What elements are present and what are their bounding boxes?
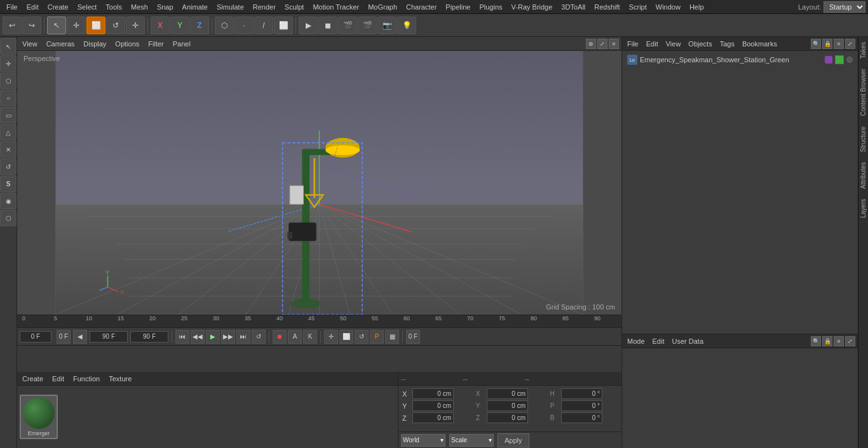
step-back-btn[interactable]: ◀◀: [191, 330, 205, 344]
attr-lock-icon[interactable]: 🔒: [822, 336, 832, 346]
attr-header-edit[interactable]: Edit: [650, 336, 667, 346]
play-btn[interactable]: ▶: [206, 330, 220, 344]
vp-maximize-button[interactable]: ⤢: [597, 39, 607, 49]
preview-end-field[interactable]: 90 F: [130, 331, 168, 343]
menu-snap[interactable]: Snap: [153, 2, 177, 12]
coord-x-size[interactable]: 0 cm: [487, 388, 528, 399]
select-tool-button[interactable]: ↖: [47, 17, 66, 34]
edge-mode-button[interactable]: /: [254, 17, 273, 34]
obj-header-file[interactable]: File: [625, 39, 641, 49]
menu-render[interactable]: Render: [249, 2, 280, 12]
obj-header-objects[interactable]: Objects: [686, 39, 714, 49]
menu-3dtoall[interactable]: 3DToAll: [557, 2, 589, 12]
tool-move[interactable]: ✛: [0, 55, 17, 72]
coord-z-pos[interactable]: 0 cm: [412, 412, 454, 423]
menu-animate[interactable]: Animate: [179, 2, 212, 12]
coord-x-rot[interactable]: 0 °: [561, 388, 602, 399]
viewport[interactable]: Perspective: [17, 51, 621, 315]
frame-start-field[interactable]: 0 F: [57, 330, 71, 344]
obj-vis-dot[interactable]: [846, 57, 853, 63]
obj-header-bookmarks[interactable]: Bookmarks: [740, 39, 780, 49]
key-mode-btn1[interactable]: ✛: [324, 330, 338, 344]
tool-plane[interactable]: ▭: [0, 107, 17, 123]
current-frame-field[interactable]: 0 F: [20, 331, 51, 343]
obj-lock-icon[interactable]: 🔒: [822, 39, 832, 49]
menu-redshift[interactable]: Redshift: [590, 2, 623, 12]
auto-key-btn[interactable]: A: [288, 330, 302, 344]
tool-cube[interactable]: ⬡: [0, 72, 17, 89]
loop-btn[interactable]: ↺: [252, 330, 266, 344]
menu-mograph[interactable]: MoGraph: [364, 2, 401, 12]
coord-y-size[interactable]: 0 cm: [487, 400, 528, 411]
attr-header-userdata[interactable]: User Data: [670, 336, 707, 346]
render-to-po-button[interactable]: 🎬: [358, 17, 377, 34]
menu-script[interactable]: Script: [625, 2, 651, 12]
tool-select[interactable]: ↖: [0, 38, 17, 55]
material-item-emerger[interactable]: Emerger: [20, 395, 58, 439]
tool-hex[interactable]: ⬡: [0, 210, 17, 226]
menu-select[interactable]: Select: [74, 2, 101, 12]
timeline-ruler[interactable]: 0 5 10 15 20 25 30 35 40 45 50 55 60 65 …: [17, 315, 621, 328]
menu-vray[interactable]: V-Ray Bridge: [508, 2, 557, 12]
mat-tab-function[interactable]: Function: [71, 374, 102, 384]
vp-tab-cameras[interactable]: Cameras: [44, 39, 78, 49]
vp-tab-options[interactable]: Options: [112, 39, 142, 49]
point-mode-button[interactable]: ·: [234, 17, 254, 34]
key-mode-btn3[interactable]: ↺: [355, 330, 369, 344]
key-btn[interactable]: K: [303, 330, 317, 344]
edge-tab-layers[interactable]: Layers: [858, 194, 868, 223]
edge-tab-content-browser[interactable]: Content Browser: [858, 64, 868, 121]
frame-field-btn[interactable]: 0 F: [406, 330, 420, 344]
tool-circle[interactable]: ◉: [0, 193, 17, 209]
coord-z-size[interactable]: 0 cm: [487, 412, 528, 423]
tool-rotate[interactable]: ↺: [0, 158, 17, 175]
obj-header-edit[interactable]: Edit: [644, 39, 661, 49]
move-tool-button[interactable]: ✛: [67, 17, 86, 34]
axis-y-button[interactable]: Y: [170, 17, 189, 34]
mat-tab-create[interactable]: Create: [20, 374, 46, 384]
menu-simulate[interactable]: Simulate: [213, 2, 248, 12]
render-region-button[interactable]: ◼: [318, 17, 337, 34]
obj-header-tags[interactable]: Tags: [717, 39, 737, 49]
menu-pipeline[interactable]: Pipeline: [442, 2, 474, 12]
axis-z-button[interactable]: Z: [190, 17, 209, 34]
prev-frame-btn[interactable]: ◀: [73, 330, 87, 344]
obj-header-view[interactable]: View: [663, 39, 684, 49]
coord-y-rot[interactable]: 0 °: [561, 400, 602, 411]
menu-window[interactable]: Window: [652, 2, 684, 12]
menu-sculpt[interactable]: Sculpt: [281, 2, 308, 12]
world-dropdown[interactable]: World ▾: [401, 434, 445, 447]
redo-button[interactable]: ↪: [22, 17, 41, 34]
obj-settings-icon[interactable]: ≡: [834, 39, 844, 49]
light-button[interactable]: 💡: [397, 17, 416, 34]
mat-tab-edit[interactable]: Edit: [50, 374, 67, 384]
edge-tab-takes[interactable]: Takes: [858, 37, 868, 64]
menu-file[interactable]: File: [3, 2, 22, 12]
end-frame-field[interactable]: 90 F: [90, 331, 128, 343]
attr-search-icon[interactable]: 🔍: [811, 336, 821, 346]
mat-tab-texture[interactable]: Texture: [106, 374, 134, 384]
obj-expand-icon[interactable]: ⤢: [845, 39, 855, 49]
render-view-button[interactable]: ▶: [299, 17, 318, 34]
attr-header-mode[interactable]: Mode: [625, 336, 648, 346]
menu-motion-tracker[interactable]: Motion Tracker: [309, 2, 363, 12]
menu-create[interactable]: Create: [44, 2, 72, 12]
key-mode-btn5[interactable]: ▦: [385, 330, 399, 344]
apply-button[interactable]: Apply: [498, 433, 529, 447]
vp-tab-display[interactable]: Display: [81, 39, 109, 49]
menu-plugins[interactable]: Plugins: [475, 2, 506, 12]
key-mode-btn2[interactable]: ⬜: [339, 330, 353, 344]
model-mode-button[interactable]: ⬡: [215, 17, 234, 34]
key-mode-btn4[interactable]: P: [370, 330, 384, 344]
edge-tab-structure[interactable]: Structure: [858, 121, 868, 158]
poly-mode-button[interactable]: ⬜: [274, 17, 293, 34]
tool-sphere[interactable]: ○: [0, 90, 17, 106]
obj-vis-green[interactable]: [835, 55, 844, 64]
attr-expand-icon[interactable]: ⤢: [845, 336, 855, 346]
vp-tab-filter[interactable]: Filter: [146, 39, 166, 49]
obj-row-emergency[interactable]: Lo Emergency_Speakman_Shower_Station_Gre…: [625, 53, 855, 66]
obj-search-icon[interactable]: 🔍: [811, 39, 821, 49]
menu-mesh[interactable]: Mesh: [127, 2, 152, 12]
coord-x-pos[interactable]: 0 cm: [412, 388, 454, 399]
tool-s[interactable]: S: [0, 175, 17, 192]
